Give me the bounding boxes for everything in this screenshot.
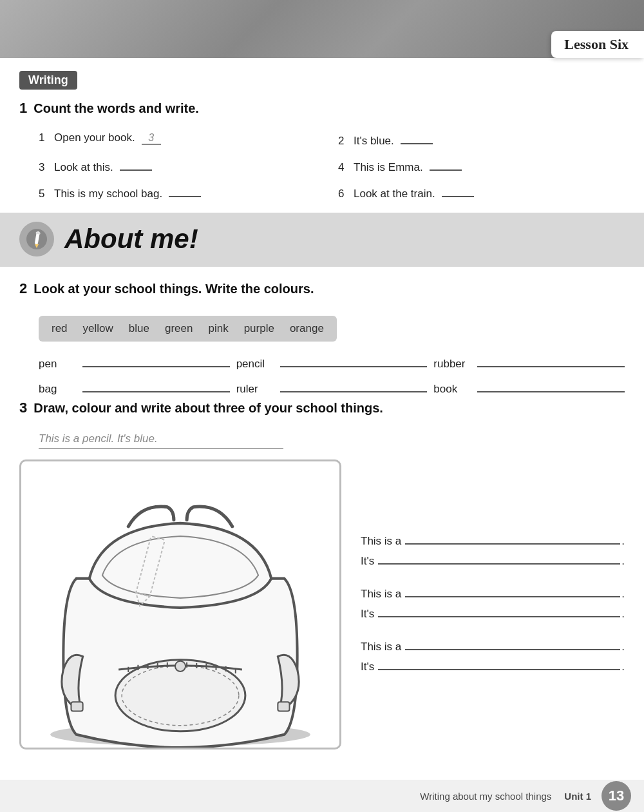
page: Lesson Six Writing 1 Count the words and…: [0, 0, 644, 812]
item-ruler: ruler: [236, 380, 428, 396]
exercise-item-2: 2 It's blue.: [338, 131, 625, 148]
colour-blue: blue: [129, 322, 149, 335]
footer-label: Writing about my school things: [420, 791, 551, 802]
pencil-icon: [19, 222, 54, 256]
section-2-title: Look at your school things. Write the co…: [33, 282, 314, 296]
writing-label: Writing: [19, 71, 77, 90]
item-pen: pen: [39, 354, 230, 371]
lesson-tab-label: Lesson Six: [564, 36, 629, 52]
colour-green: green: [165, 322, 193, 335]
footer-unit: Unit 1: [564, 791, 591, 802]
section-1-number: 1: [19, 100, 27, 117]
sentence-this-is-a-3: This is a .: [361, 637, 625, 653]
exercise-item-5: 5 This is my school bag.: [39, 184, 325, 200]
exercise-item-6: 6 Look at the train.: [338, 184, 625, 200]
colour-red: red: [52, 322, 68, 335]
top-background: [0, 0, 644, 58]
colour-yellow: yellow: [83, 322, 113, 335]
about-me-title: About me!: [64, 224, 198, 255]
exercise-item-3: 3 Look at this.: [39, 158, 325, 174]
sentence-its-2: It's .: [361, 604, 625, 621]
sentence-its-3: It's .: [361, 657, 625, 673]
section-3-title: Draw, colour and write about three of yo…: [33, 401, 383, 416]
fill-group-1: This is a . It's .: [361, 532, 625, 572]
item-rubber: rubber: [433, 354, 625, 371]
section-2-number: 2: [19, 280, 27, 297]
section-3: 3 Draw, colour and write about three of …: [19, 400, 625, 749]
sentence-this-is-a-1: This is a .: [361, 532, 625, 548]
item-pencil: pencil: [236, 354, 428, 371]
school-items-grid: pen pencil rubber bag ruler book: [39, 354, 625, 396]
sentence-its-1: It's .: [361, 552, 625, 568]
section-2: 2 Look at your school things. Write the …: [19, 280, 625, 396]
colour-pink: pink: [208, 322, 228, 335]
exercise-item-1: 1 Open your book. 3: [39, 131, 325, 148]
drawing-area: This is a . It's . This is a .: [19, 459, 625, 749]
section-1-title: Count the words and write.: [33, 101, 199, 116]
colours-box: red yellow blue green pink purple orange: [39, 316, 337, 342]
fill-in-area: This is a . It's . This is a .: [361, 459, 625, 749]
fill-group-2: This is a . It's .: [361, 585, 625, 624]
section-3-number: 3: [19, 400, 27, 416]
exercise-grid: 1 Open your book. 3 2 It's blue. 3 Look …: [39, 131, 625, 204]
bag-illustration: [21, 461, 339, 748]
svg-rect-23: [278, 702, 289, 711]
drawing-box: [19, 459, 341, 749]
colour-orange: orange: [290, 322, 324, 335]
exercise-item-4: 4 This is Emma.: [338, 158, 625, 174]
page-number: 13: [601, 781, 631, 811]
svg-point-21: [175, 661, 185, 672]
lesson-tab: Lesson Six: [551, 31, 644, 58]
item-book: book: [433, 380, 625, 396]
sentence-this-is-a-2: This is a .: [361, 585, 625, 601]
colour-purple: purple: [244, 322, 274, 335]
about-me-section: About me!: [0, 213, 644, 267]
example-sentence: This is a pencil. It's blue.: [39, 432, 283, 449]
fill-group-3: This is a . It's .: [361, 637, 625, 677]
footer: Writing about my school things Unit 1 13: [0, 780, 644, 812]
item-bag: bag: [39, 380, 230, 396]
svg-rect-22: [71, 702, 82, 711]
section-1: 1 Count the words and write. 1 Open your…: [19, 100, 625, 204]
